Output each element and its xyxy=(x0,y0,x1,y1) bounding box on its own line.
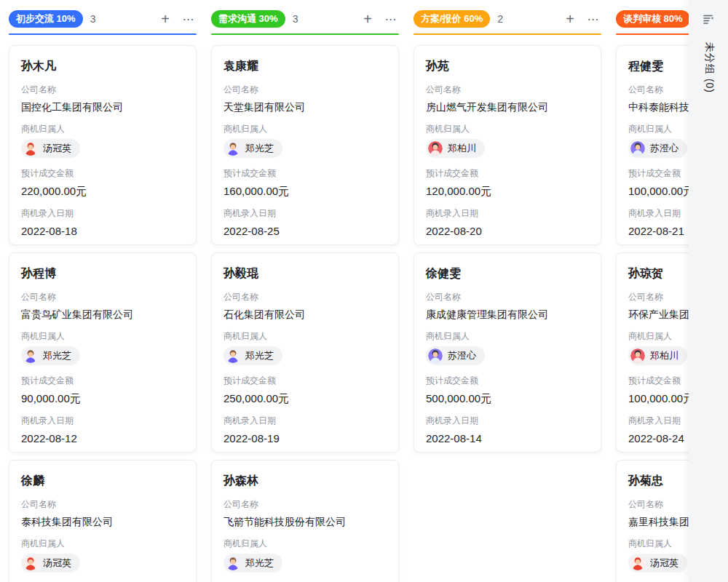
owner-pill: 苏澄心 xyxy=(628,139,687,158)
owner-label: 商机归属人 xyxy=(21,123,184,135)
owner-pill: 郑光芝 xyxy=(223,554,282,573)
date-label: 商机录入日期 xyxy=(426,207,589,220)
amount-value: 250,000.00元 xyxy=(223,391,387,406)
owner-label: 商机归属人 xyxy=(21,330,184,343)
column-more-icon[interactable]: ⋯ xyxy=(383,11,399,27)
company-value: 天堂集团有限公司 xyxy=(223,100,387,114)
column-header: 初步交流 10% 3 + ⋯ xyxy=(9,10,197,28)
owner-label: 商机归属人 xyxy=(223,123,387,135)
opportunity-name: 孙程博 xyxy=(21,265,184,282)
column-header: 方案/报价 60% 2 + ⋯ xyxy=(414,10,601,28)
amount-value: 160,000.00元 xyxy=(223,183,387,199)
company-label: 公司名称 xyxy=(223,84,387,96)
opportunity-name: 孙苑 xyxy=(426,57,589,75)
owner-name: 苏澄心 xyxy=(448,349,476,362)
stage-badge: 方案/报价 60% xyxy=(414,10,490,28)
opportunity-card[interactable]: 徐麟 公司名称 泰科技集团有限公司 商机归属人 汤冠英 预计成交金额 商机录 xyxy=(9,460,197,582)
owner-pill: 汤冠英 xyxy=(21,139,80,158)
company-value: 泰科技集团有限公司 xyxy=(21,514,184,529)
opportunity-card[interactable]: 孙程博 公司名称 富贵鸟矿业集团有限公司 商机归属人 郑光芝 预计成交金额 90… xyxy=(9,252,197,453)
kanban-column: 需求沟通 30% 3 + ⋯ 袁康耀 公司名称 天堂集团有限公司 商机归属人 xyxy=(211,10,399,582)
date-value: 2022-08-19 xyxy=(223,431,387,446)
add-card-icon[interactable]: + xyxy=(562,11,578,27)
amount-value: 120,000.00元 xyxy=(426,183,589,199)
date-value: 2022-08-18 xyxy=(21,223,184,239)
opportunity-card[interactable]: 袁康耀 公司名称 天堂集团有限公司 商机归属人 郑光芝 预计成交金额 160,0… xyxy=(211,45,399,245)
company-value: 国控化工集团有限公司 xyxy=(21,100,184,114)
card-list: 袁康耀 公司名称 天堂集团有限公司 商机归属人 郑光芝 预计成交金额 160,0… xyxy=(211,45,399,582)
owner-pill: 苏澄心 xyxy=(426,346,485,365)
company-value: 房山燃气开发集团有限公司 xyxy=(426,100,589,114)
date-value: 2022-08-20 xyxy=(426,223,589,239)
company-value: 康成健康管理集团有限公司 xyxy=(426,307,589,322)
owner-label: 商机归属人 xyxy=(426,123,589,135)
owner-row: 汤冠英 xyxy=(21,139,184,159)
owner-pill: 郑柏川 xyxy=(628,346,687,365)
user-avatar-icon xyxy=(226,348,240,363)
amount-value: 500,000.00元 xyxy=(426,391,589,406)
column-more-icon[interactable]: ⋯ xyxy=(585,11,601,27)
user-avatar-icon xyxy=(23,141,38,156)
collapse-groups-icon[interactable] xyxy=(700,11,716,27)
user-avatar-icon xyxy=(23,348,38,363)
add-card-icon[interactable]: + xyxy=(157,11,173,27)
owner-row: 郑柏川 xyxy=(426,139,589,159)
company-label: 公司名称 xyxy=(426,291,589,303)
date-label: 商机录入日期 xyxy=(223,207,387,220)
owner-name: 苏澄心 xyxy=(650,142,678,155)
owner-row: 郑光芝 xyxy=(223,139,387,159)
column-count: 3 xyxy=(293,13,298,25)
owner-label: 商机归属人 xyxy=(223,330,387,343)
amount-label: 预计成交金额 xyxy=(426,375,589,387)
opportunity-card[interactable]: 孙苑 公司名称 房山燃气开发集团有限公司 商机归属人 郑柏川 预计成交金额 12… xyxy=(414,45,601,245)
company-value: 富贵鸟矿业集团有限公司 xyxy=(21,307,184,322)
user-avatar-icon xyxy=(428,141,443,156)
column-count: 2 xyxy=(497,13,503,25)
opportunity-name: 徐麟 xyxy=(21,472,184,490)
company-value: 飞箭节能科技股份有限公司 xyxy=(223,514,387,529)
kanban-column: 初步交流 10% 3 + ⋯ 孙木凡 公司名称 国控化工集团有限公司 商机归属人 xyxy=(9,10,197,582)
owner-pill: 汤冠英 xyxy=(628,554,687,573)
date-value: 2022-08-14 xyxy=(426,431,589,446)
user-avatar-icon xyxy=(630,141,645,156)
column-more-icon[interactable]: ⋯ xyxy=(181,11,197,27)
add-card-icon[interactable]: + xyxy=(360,11,376,27)
owner-name: 郑光芝 xyxy=(245,557,274,570)
opportunity-name: 徐健雯 xyxy=(426,265,589,282)
owner-label: 商机归属人 xyxy=(426,330,589,343)
owner-row: 郑光芝 xyxy=(223,346,387,366)
owner-row: 郑光芝 xyxy=(223,554,387,573)
user-avatar-icon xyxy=(226,556,240,570)
amount-label: 预计成交金额 xyxy=(223,375,387,387)
date-label: 商机录入日期 xyxy=(426,415,589,427)
stage-badge: 初步交流 10% xyxy=(9,10,83,28)
owner-name: 郑柏川 xyxy=(448,142,476,155)
company-label: 公司名称 xyxy=(426,84,589,96)
opportunity-card[interactable]: 孙木凡 公司名称 国控化工集团有限公司 商机归属人 汤冠英 预计成交金额 220… xyxy=(9,45,197,245)
owner-row: 汤冠英 xyxy=(21,554,184,573)
stage-badge: 需求沟通 30% xyxy=(211,10,285,28)
date-value: 2022-08-12 xyxy=(21,431,184,446)
opportunity-card[interactable]: 徐健雯 公司名称 康成健康管理集团有限公司 商机归属人 苏澄心 预计成交金额 5… xyxy=(414,252,601,453)
owner-label: 商机归属人 xyxy=(21,538,184,550)
company-label: 公司名称 xyxy=(223,291,387,303)
opportunity-name: 孙森林 xyxy=(223,472,387,490)
date-label: 商机录入日期 xyxy=(21,207,184,220)
opportunity-name: 孙毅琨 xyxy=(223,265,387,282)
opportunity-card[interactable]: 孙森林 公司名称 飞箭节能科技股份有限公司 商机归属人 郑光芝 预计成交金额 xyxy=(211,460,399,582)
user-avatar-icon xyxy=(23,556,38,570)
collapsed-group-label[interactable]: 未分组 (0) xyxy=(703,42,716,93)
company-label: 公司名称 xyxy=(21,84,184,96)
company-label: 公司名称 xyxy=(21,291,184,303)
user-avatar-icon xyxy=(226,141,240,156)
card-list: 孙苑 公司名称 房山燃气开发集团有限公司 商机归属人 郑柏川 预计成交金额 12… xyxy=(414,45,601,453)
collapsed-groups-rail: 未分组 (0) xyxy=(689,0,728,582)
owner-pill: 郑光芝 xyxy=(223,346,282,365)
amount-label: 预计成交金额 xyxy=(21,375,184,387)
user-avatar-icon xyxy=(630,348,645,363)
opportunity-name: 袁康耀 xyxy=(223,57,387,75)
owner-name: 汤冠英 xyxy=(650,557,678,570)
owner-pill: 汤冠英 xyxy=(21,554,80,573)
opportunity-card[interactable]: 孙毅琨 公司名称 石化集团有限公司 商机归属人 郑光芝 预计成交金额 250,0… xyxy=(211,252,399,453)
column-underline xyxy=(211,33,399,35)
